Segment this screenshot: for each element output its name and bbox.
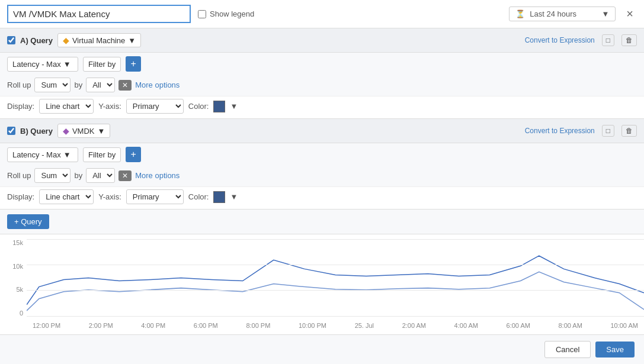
query-a-filter-button[interactable]: Filter by (83, 57, 121, 72)
query-a-metric-row: Latency - Max ▼ Filter by + (0, 53, 644, 75)
grid-line-mid1 (27, 265, 644, 265)
y-label-15k: 15k (12, 239, 23, 246)
x-label-600am: 6:00 AM (507, 322, 530, 329)
query-a-metric-button[interactable]: Latency - Max ▼ (7, 57, 78, 72)
query-b-rollup-select[interactable]: Sum Avg Max (34, 168, 71, 183)
x-label-400pm: 4:00 PM (141, 322, 165, 329)
x-label-200am: 2:00 AM (402, 322, 426, 329)
query-a-convert-link[interactable]: Convert to Expression (525, 36, 595, 44)
clock-icon: ⏳ (515, 9, 525, 18)
cancel-button[interactable]: Cancel (544, 341, 591, 358)
x-label-800pm: 8:00 PM (246, 322, 270, 329)
x-label-200pm: 2:00 PM (89, 322, 113, 329)
query-a-header: A) Query ◆ Virtual Machine ▼ Convert to … (0, 28, 644, 53)
query-b-yaxis-select[interactable]: Primary Secondary (126, 189, 184, 204)
query-a-section: A) Query ◆ Virtual Machine ▼ Convert to … (0, 28, 644, 119)
query-a-label: A) Query (20, 36, 53, 45)
query-b-label: B) Query (20, 127, 53, 136)
add-query-label: + Query (14, 217, 42, 226)
query-a-rollup-row: Roll up Sum Avg Max by All ✕ More option… (0, 75, 644, 96)
query-a-color-swatch[interactable] (213, 101, 225, 112)
query-b-entity-button[interactable]: ◆ VMDK ▼ (57, 124, 110, 138)
footer: Cancel Save (0, 334, 644, 364)
query-b-yaxis-label: Y-axis: (98, 192, 121, 201)
query-b-convert-link[interactable]: Convert to Expression (525, 127, 595, 135)
query-b-display-row: Display: Line chart Bar chart Y-axis: Pr… (0, 186, 644, 209)
query-b-entity-label: VMDK (72, 127, 95, 136)
query-b-checkbox[interactable] (7, 127, 15, 135)
time-range-chevron: ▼ (601, 9, 609, 18)
x-label-1200pm: 12:00 PM (33, 322, 60, 329)
query-b-add-button[interactable]: + (126, 147, 141, 162)
query-b-more-options-link[interactable]: More options (135, 171, 180, 180)
close-button[interactable]: × (623, 6, 637, 22)
query-b-color-swatch[interactable] (213, 191, 225, 203)
query-b-by-select[interactable]: All (86, 168, 115, 183)
query-a-metric-label: Latency - Max (12, 60, 61, 69)
x-label-600pm: 6:00 PM (194, 322, 218, 329)
query-a-by-select[interactable]: All (86, 78, 115, 92)
query-b-metric-chevron: ▼ (63, 150, 71, 159)
query-a-copy-button[interactable]: □ (602, 34, 614, 46)
chart-area: 15k 10k 5k 0 12:00 PM (0, 234, 644, 334)
chart-inner: 15k 10k 5k 0 12:00 PM (0, 239, 644, 334)
chart-line-b (27, 272, 644, 311)
query-b-color-label: Color: (188, 192, 209, 201)
title-input[interactable] (7, 5, 191, 23)
query-b-header: B) Query ◆ VMDK ▼ Convert to Expression … (0, 119, 644, 143)
query-a-more-options-link[interactable]: More options (135, 80, 180, 89)
query-a-rollup-select[interactable]: Sum Avg Max (34, 78, 71, 92)
add-query-wrap: + Query (0, 210, 644, 234)
query-b-clear-button[interactable]: ✕ (118, 170, 132, 181)
y-label-0: 0 (20, 310, 23, 317)
show-legend-checkbox[interactable] (198, 10, 206, 18)
query-a-add-button[interactable]: + (126, 56, 141, 72)
query-b-color-chevron: ▼ (230, 192, 238, 201)
chart-svg (27, 239, 644, 317)
chart-line-a (27, 256, 644, 305)
query-b-by-label: by (74, 171, 82, 180)
chart-plot (27, 239, 644, 317)
x-label-25jul: 25. Jul (355, 322, 374, 329)
query-b-metric-label: Latency - Max (12, 150, 61, 159)
query-a-yaxis-select[interactable]: Primary Secondary (126, 99, 184, 114)
add-query-button[interactable]: + Query (7, 214, 49, 229)
y-axis: 15k 10k 5k 0 (0, 239, 27, 317)
x-label-1000am: 10:00 AM (610, 322, 637, 329)
query-b-section: B) Query ◆ VMDK ▼ Convert to Expression … (0, 119, 644, 210)
query-a-entity-button[interactable]: ◆ Virtual Machine ▼ (57, 33, 141, 47)
query-b-filter-button[interactable]: Filter by (83, 147, 121, 162)
time-range-selector[interactable]: ⏳ Last 24 hours ▼ (509, 7, 616, 21)
query-b-rollup-row: Roll up Sum Avg Max by All ✕ More option… (0, 166, 644, 186)
query-a-chart-type-select[interactable]: Line chart Bar chart (39, 99, 94, 114)
query-a-color-chevron: ▼ (230, 102, 238, 111)
show-legend-label: Show legend (210, 9, 254, 18)
query-a-display-row: Display: Line chart Bar chart Y-axis: Pr… (0, 96, 644, 118)
query-a-display-label: Display: (7, 102, 34, 111)
query-b-delete-button[interactable]: 🗑 (621, 125, 637, 137)
query-a-rollup-label: Roll up (7, 80, 31, 89)
query-b-metric-row: Latency - Max ▼ Filter by + (0, 143, 644, 166)
header: Show legend ⏳ Last 24 hours ▼ × (0, 0, 644, 28)
query-b-entity-chevron: ▼ (97, 127, 105, 136)
vmdk-icon: ◆ (63, 126, 69, 136)
query-a-by-label: by (74, 80, 82, 89)
query-a-checkbox[interactable] (7, 36, 15, 44)
y-label-10k: 10k (12, 263, 23, 270)
query-b-metric-button[interactable]: Latency - Max ▼ (7, 147, 78, 162)
query-a-metric-chevron: ▼ (63, 60, 71, 69)
query-a-entity-label: Virtual Machine (72, 36, 125, 45)
time-range-label: Last 24 hours (530, 9, 576, 18)
x-label-1000pm: 10:00 PM (299, 322, 326, 329)
vm-icon: ◆ (63, 36, 69, 45)
query-b-rollup-label: Roll up (7, 171, 31, 180)
query-b-chart-type-select[interactable]: Line chart Bar chart (39, 189, 94, 204)
query-b-copy-button[interactable]: □ (602, 125, 614, 137)
save-button[interactable]: Save (595, 342, 635, 357)
query-a-delete-button[interactable]: 🗑 (621, 34, 637, 46)
x-label-400am: 4:00 AM (454, 322, 478, 329)
query-a-yaxis-label: Y-axis: (98, 102, 121, 111)
grid-line-top (27, 239, 644, 240)
query-a-clear-button[interactable]: ✕ (118, 80, 132, 91)
y-label-5k: 5k (16, 286, 23, 293)
